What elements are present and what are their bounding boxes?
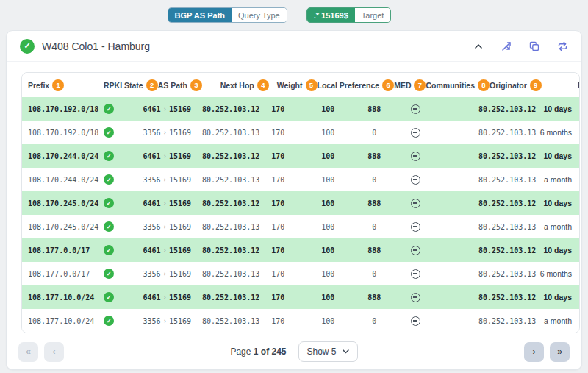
local-preference-cell: 100: [296, 144, 359, 168]
peer-cell: 80.252.103.13: [470, 262, 537, 285]
weight-cell: 170: [259, 262, 296, 285]
first-page-button[interactable]: «: [18, 342, 38, 362]
as-path-cell: 6461›15169: [140, 144, 196, 168]
prefix-cell: 108.170.245.0/24: [22, 191, 100, 215]
circled-minus-icon[interactable]: [411, 199, 420, 208]
med-cell: 0: [359, 215, 389, 238]
as-path-cell: 6461›15169: [140, 191, 196, 215]
circled-minus-icon[interactable]: [411, 222, 420, 232]
next-hop-cell: 80.252.103.13: [196, 168, 259, 191]
column-number-badge: 8: [478, 79, 490, 91]
table-row: 108.170.192.0/18 ✓ 3356›15169 80.252.103…: [22, 121, 579, 144]
circled-minus-icon[interactable]: [411, 293, 420, 302]
rpki-state-cell: ✓: [100, 309, 140, 333]
circled-minus-icon[interactable]: [411, 152, 420, 161]
weight-cell: 170: [259, 144, 296, 168]
as-path-separator-icon: ›: [162, 317, 166, 324]
column-number-badge: 3: [190, 79, 202, 91]
circled-minus-icon[interactable]: [411, 246, 420, 255]
next-page-button[interactable]: ›: [524, 342, 544, 362]
as-path-first: 6461: [143, 105, 160, 113]
peer-cell: 80.252.103.12: [470, 285, 537, 309]
page-value: 1 of 245: [254, 347, 287, 357]
age-cell: 6 months: [537, 121, 579, 144]
rpki-valid-icon: ✓: [104, 292, 114, 302]
peer-cell: 80.252.103.12: [470, 191, 537, 215]
circled-minus-icon[interactable]: [411, 316, 420, 326]
weight-cell: 170: [259, 97, 296, 121]
as-path-second: 15169: [169, 223, 191, 231]
weight-cell: 170: [259, 285, 296, 309]
table-row: 108.177.10.0/24 ✓ 3356›15169 80.252.103.…: [22, 309, 579, 333]
branch-icon[interactable]: [501, 41, 512, 51]
as-path-second: 15169: [169, 317, 191, 325]
table-row: 108.177.0.0/17 ✓ 6461›15169 80.252.103.1…: [22, 238, 579, 262]
communities-cell: [389, 97, 442, 121]
rpki-state-cell: ✓: [100, 262, 140, 285]
page-size-select[interactable]: Show 5: [298, 341, 358, 362]
weight-cell: 170: [259, 121, 296, 144]
circled-minus-icon[interactable]: [411, 175, 420, 185]
table-row: 108.170.244.0/24 ✓ 6461›15169 80.252.103…: [22, 144, 579, 168]
circled-minus-icon[interactable]: [411, 128, 420, 138]
as-path-second: 15169: [169, 152, 191, 160]
prefix-cell: 108.170.244.0/24: [22, 168, 100, 191]
communities-cell: [389, 144, 442, 168]
as-path-cell: 6461›15169: [140, 238, 196, 262]
originator-cell: [442, 309, 470, 333]
last-page-button[interactable]: »: [550, 342, 570, 362]
communities-cell: [389, 309, 442, 333]
query-type-value[interactable]: BGP AS Path: [168, 8, 232, 22]
circled-minus-icon[interactable]: [411, 269, 420, 279]
as-path-first: 6461: [143, 294, 160, 302]
peer-cell: 80.252.103.12: [470, 144, 537, 168]
rpki-state-cell: ✓: [100, 168, 140, 191]
med-cell: 888: [359, 144, 389, 168]
age-cell: 10 days: [537, 191, 579, 215]
as-path-cell: 3356›15169: [140, 309, 196, 333]
query-bar: BGP AS Path Query Type .* 15169$ Target: [0, 6, 582, 30]
as-path-first: 6461: [143, 246, 160, 255]
table-row: 108.170.192.0/18 ✓ 6461›15169 80.252.103…: [22, 97, 579, 121]
weight-cell: 170: [259, 238, 296, 262]
copy-icon[interactable]: [529, 41, 539, 51]
age-cell: 10 days: [537, 97, 579, 121]
weight-cell: 170: [259, 215, 296, 238]
column-header: RPKI State 2: [100, 73, 158, 97]
prev-page-button[interactable]: ‹: [44, 342, 64, 362]
column-number-badge: 5: [306, 79, 318, 91]
local-preference-cell: 100: [296, 97, 359, 121]
as-path-separator-icon: ›: [162, 246, 166, 254]
next-hop-cell: 80.252.103.13: [196, 309, 259, 333]
column-header: Peer 10: [542, 73, 580, 97]
rpki-valid-icon: ✓: [104, 174, 114, 185]
column-header-label: AS Path: [158, 81, 187, 90]
refresh-icon[interactable]: [557, 41, 568, 51]
weight-cell: 170: [259, 309, 296, 333]
rpki-valid-icon: ✓: [104, 127, 114, 138]
as-path-separator-icon: ›: [162, 199, 166, 207]
next-hop-cell: 80.252.103.12: [196, 97, 259, 121]
as-path-second: 15169: [169, 176, 191, 184]
next-hop-cell: 80.252.103.12: [196, 144, 259, 168]
target-value[interactable]: .* 15169$: [307, 8, 355, 22]
communities-cell: [389, 191, 442, 215]
weight-cell: 170: [259, 168, 296, 191]
collapse-up-icon[interactable]: [473, 41, 484, 51]
as-path-separator-icon: ›: [162, 294, 166, 301]
rpki-state-cell: ✓: [100, 238, 140, 262]
med-cell: 888: [359, 285, 389, 309]
next-hop-cell: 80.252.103.12: [196, 285, 259, 309]
target-label: Target: [355, 8, 391, 22]
age-cell: a month: [537, 309, 579, 333]
column-header: MED 7: [394, 73, 426, 97]
med-cell: 0: [359, 262, 389, 285]
as-path-separator-icon: ›: [162, 176, 166, 183]
next-hop-cell: 80.252.103.13: [196, 121, 259, 144]
as-path-separator-icon: ›: [162, 152, 166, 160]
as-path-first: 3356: [143, 176, 160, 184]
circled-minus-icon[interactable]: [411, 104, 420, 114]
rpki-valid-icon: ✓: [104, 104, 114, 114]
peer-cell: 80.252.103.13: [470, 309, 537, 333]
weight-cell: 170: [259, 191, 296, 215]
